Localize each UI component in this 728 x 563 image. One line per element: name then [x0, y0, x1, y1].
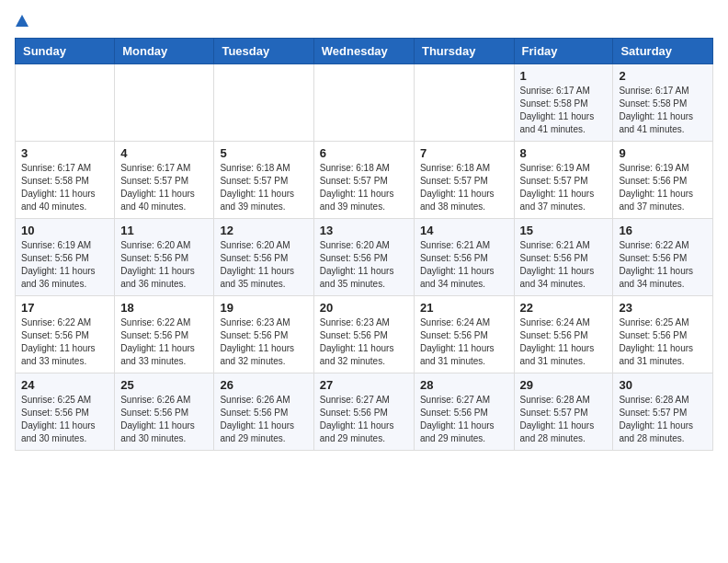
calendar-cell: 4Sunrise: 6:17 AM Sunset: 5:57 PM Daylig… — [115, 142, 214, 219]
day-number: 21 — [420, 301, 508, 315]
day-info: Sunrise: 6:18 AM Sunset: 5:57 PM Dayligh… — [420, 162, 508, 213]
logo — [15, 15, 30, 27]
day-info: Sunrise: 6:21 AM Sunset: 5:56 PM Dayligh… — [520, 239, 608, 291]
day-number: 15 — [520, 224, 608, 237]
day-number: 10 — [21, 224, 108, 237]
calendar-cell: 24Sunrise: 6:25 AM Sunset: 5:56 PM Dayli… — [16, 373, 115, 451]
calendar-cell: 21Sunrise: 6:24 AM Sunset: 5:56 PM Dayli… — [414, 296, 514, 373]
day-info: Sunrise: 6:27 AM Sunset: 5:56 PM Dayligh… — [420, 394, 508, 445]
day-info: Sunrise: 6:19 AM Sunset: 5:56 PM Dayligh… — [21, 239, 108, 291]
calendar-cell: 17Sunrise: 6:22 AM Sunset: 5:56 PM Dayli… — [16, 296, 115, 373]
day-info: Sunrise: 6:27 AM Sunset: 5:56 PM Dayligh… — [320, 394, 408, 445]
day-info: Sunrise: 6:20 AM Sunset: 5:56 PM Dayligh… — [120, 239, 208, 291]
day-info: Sunrise: 6:23 AM Sunset: 5:56 PM Dayligh… — [220, 316, 307, 368]
day-info: Sunrise: 6:19 AM Sunset: 5:57 PM Dayligh… — [520, 162, 608, 213]
day-number: 27 — [320, 378, 408, 392]
calendar-cell — [115, 64, 214, 142]
calendar-cell: 11Sunrise: 6:20 AM Sunset: 5:56 PM Dayli… — [115, 219, 214, 296]
calendar-cell: 25Sunrise: 6:26 AM Sunset: 5:56 PM Dayli… — [115, 373, 214, 451]
day-info: Sunrise: 6:17 AM Sunset: 5:58 PM Dayligh… — [619, 85, 707, 136]
calendar-cell: 22Sunrise: 6:24 AM Sunset: 5:56 PM Dayli… — [514, 296, 613, 373]
calendar-cell: 6Sunrise: 6:18 AM Sunset: 5:57 PM Daylig… — [313, 142, 414, 219]
calendar-cell: 1Sunrise: 6:17 AM Sunset: 5:58 PM Daylig… — [514, 64, 613, 142]
day-info: Sunrise: 6:25 AM Sunset: 5:56 PM Dayligh… — [619, 316, 707, 368]
calendar-table: SundayMondayTuesdayWednesdayThursdayFrid… — [15, 38, 713, 451]
calendar-cell: 9Sunrise: 6:19 AM Sunset: 5:56 PM Daylig… — [613, 142, 713, 219]
day-number: 16 — [619, 224, 707, 237]
day-number: 18 — [120, 301, 208, 315]
calendar-cell: 5Sunrise: 6:18 AM Sunset: 5:57 PM Daylig… — [214, 142, 313, 219]
calendar-header-sunday: Sunday — [16, 39, 115, 64]
calendar-week-row: 10Sunrise: 6:19 AM Sunset: 5:56 PM Dayli… — [16, 219, 713, 296]
day-number: 8 — [520, 146, 608, 160]
day-info: Sunrise: 6:18 AM Sunset: 5:57 PM Dayligh… — [220, 162, 307, 213]
calendar-header-saturday: Saturday — [613, 39, 713, 64]
calendar-cell: 18Sunrise: 6:22 AM Sunset: 5:56 PM Dayli… — [115, 296, 214, 373]
day-info: Sunrise: 6:18 AM Sunset: 5:57 PM Dayligh… — [320, 162, 408, 213]
calendar-cell: 15Sunrise: 6:21 AM Sunset: 5:56 PM Dayli… — [514, 219, 613, 296]
calendar-cell: 2Sunrise: 6:17 AM Sunset: 5:58 PM Daylig… — [613, 64, 713, 142]
day-number: 14 — [420, 224, 508, 237]
day-number: 17 — [21, 301, 108, 315]
calendar-cell: 27Sunrise: 6:27 AM Sunset: 5:56 PM Dayli… — [313, 373, 414, 451]
day-info: Sunrise: 6:17 AM Sunset: 5:58 PM Dayligh… — [21, 162, 108, 213]
page-header — [15, 15, 713, 27]
day-number: 3 — [21, 146, 108, 160]
calendar-header-tuesday: Tuesday — [214, 39, 313, 64]
calendar-cell: 14Sunrise: 6:21 AM Sunset: 5:56 PM Dayli… — [414, 219, 514, 296]
calendar-cell: 16Sunrise: 6:22 AM Sunset: 5:56 PM Dayli… — [613, 219, 713, 296]
calendar-header-row: SundayMondayTuesdayWednesdayThursdayFrid… — [16, 39, 713, 64]
day-info: Sunrise: 6:20 AM Sunset: 5:56 PM Dayligh… — [320, 239, 408, 291]
day-number: 1 — [520, 69, 608, 83]
day-number: 22 — [520, 301, 608, 315]
calendar-week-row: 17Sunrise: 6:22 AM Sunset: 5:56 PM Dayli… — [16, 296, 713, 373]
day-info: Sunrise: 6:22 AM Sunset: 5:56 PM Dayligh… — [21, 316, 108, 368]
calendar-cell: 13Sunrise: 6:20 AM Sunset: 5:56 PM Dayli… — [313, 219, 414, 296]
calendar-cell: 12Sunrise: 6:20 AM Sunset: 5:56 PM Dayli… — [214, 219, 313, 296]
calendar-week-row: 1Sunrise: 6:17 AM Sunset: 5:58 PM Daylig… — [16, 64, 713, 142]
calendar-cell — [214, 64, 313, 142]
calendar-cell: 8Sunrise: 6:19 AM Sunset: 5:57 PM Daylig… — [514, 142, 613, 219]
calendar-week-row: 3Sunrise: 6:17 AM Sunset: 5:58 PM Daylig… — [16, 142, 713, 219]
day-number: 11 — [120, 224, 208, 237]
calendar-cell: 20Sunrise: 6:23 AM Sunset: 5:56 PM Dayli… — [313, 296, 414, 373]
day-info: Sunrise: 6:21 AM Sunset: 5:56 PM Dayligh… — [420, 239, 508, 291]
calendar-cell: 7Sunrise: 6:18 AM Sunset: 5:57 PM Daylig… — [414, 142, 514, 219]
day-info: Sunrise: 6:22 AM Sunset: 5:56 PM Dayligh… — [619, 239, 707, 291]
calendar-cell: 28Sunrise: 6:27 AM Sunset: 5:56 PM Dayli… — [414, 373, 514, 451]
day-number: 25 — [120, 378, 208, 392]
day-number: 24 — [21, 378, 108, 392]
day-number: 19 — [220, 301, 307, 315]
day-number: 20 — [320, 301, 408, 315]
calendar-cell — [414, 64, 514, 142]
day-info: Sunrise: 6:22 AM Sunset: 5:56 PM Dayligh… — [120, 316, 208, 368]
calendar-cell: 10Sunrise: 6:19 AM Sunset: 5:56 PM Dayli… — [16, 219, 115, 296]
calendar-header-thursday: Thursday — [414, 39, 514, 64]
calendar-cell — [313, 64, 414, 142]
calendar-cell: 19Sunrise: 6:23 AM Sunset: 5:56 PM Dayli… — [214, 296, 313, 373]
day-number: 30 — [619, 378, 707, 392]
day-info: Sunrise: 6:24 AM Sunset: 5:56 PM Dayligh… — [520, 316, 608, 368]
day-info: Sunrise: 6:19 AM Sunset: 5:56 PM Dayligh… — [619, 162, 707, 213]
day-info: Sunrise: 6:26 AM Sunset: 5:56 PM Dayligh… — [120, 394, 208, 445]
day-info: Sunrise: 6:25 AM Sunset: 5:56 PM Dayligh… — [21, 394, 108, 445]
calendar-header-monday: Monday — [115, 39, 214, 64]
day-number: 6 — [320, 146, 408, 160]
calendar-cell: 3Sunrise: 6:17 AM Sunset: 5:58 PM Daylig… — [16, 142, 115, 219]
day-info: Sunrise: 6:28 AM Sunset: 5:57 PM Dayligh… — [619, 394, 707, 445]
day-number: 23 — [619, 301, 707, 315]
day-info: Sunrise: 6:17 AM Sunset: 5:58 PM Dayligh… — [520, 85, 608, 136]
day-number: 29 — [520, 378, 608, 392]
logo-triangle-icon — [16, 15, 28, 27]
calendar-cell: 30Sunrise: 6:28 AM Sunset: 5:57 PM Dayli… — [613, 373, 713, 451]
day-number: 13 — [320, 224, 408, 237]
day-info: Sunrise: 6:24 AM Sunset: 5:56 PM Dayligh… — [420, 316, 508, 368]
day-info: Sunrise: 6:23 AM Sunset: 5:56 PM Dayligh… — [320, 316, 408, 368]
day-number: 12 — [220, 224, 307, 237]
calendar-week-row: 24Sunrise: 6:25 AM Sunset: 5:56 PM Dayli… — [16, 373, 713, 451]
day-number: 9 — [619, 146, 707, 160]
day-info: Sunrise: 6:28 AM Sunset: 5:57 PM Dayligh… — [520, 394, 608, 445]
calendar-cell — [16, 64, 115, 142]
day-number: 26 — [220, 378, 307, 392]
day-number: 2 — [619, 69, 707, 83]
